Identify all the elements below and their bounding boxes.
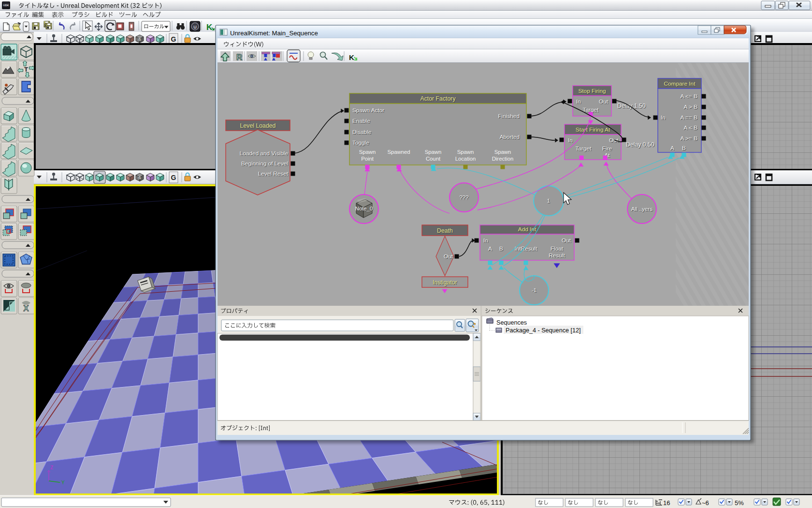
svg-text:Level Loaded: Level Loaded	[240, 122, 276, 129]
svg-text:Loaded and Visible: Loaded and Visible	[240, 150, 289, 157]
svg-text:Spawn: Spawn	[457, 149, 474, 155]
svg-text:S: S	[138, 176, 141, 180]
svg-text:Beginning of Level: Beginning of Level	[241, 160, 288, 167]
svg-text:Float: Float	[551, 245, 564, 252]
svg-text:Out: Out	[562, 237, 571, 244]
svg-text:Z: Z	[50, 465, 53, 470]
svg-text:Start Firing At: Start Firing At	[576, 126, 610, 133]
svg-text:Spawned: Spawned	[387, 149, 410, 155]
svg-text:Aborted: Aborted	[500, 134, 520, 140]
svg-text:B: B	[682, 145, 686, 151]
svg-text:Death: Death	[437, 227, 453, 234]
svg-text:Toggle: Toggle	[352, 139, 369, 146]
svg-text:Disable: Disable	[352, 129, 372, 135]
svg-text:Direction: Direction	[492, 156, 514, 162]
svg-text:U: U	[193, 25, 197, 30]
svg-text:T: T	[24, 66, 28, 73]
svg-text:A >= B: A >= B	[681, 135, 698, 142]
svg-text:1: 1	[547, 198, 550, 204]
svg-text:S: S	[138, 37, 141, 42]
svg-text:Out: Out	[609, 137, 619, 144]
svg-text:All ..yers: All ..yers	[631, 206, 653, 212]
svg-text:K: K	[349, 53, 354, 61]
svg-text:A <= B: A <= B	[681, 93, 698, 100]
svg-text:Compare Int: Compare Int	[664, 80, 696, 87]
svg-text:Spawn: Spawn	[494, 149, 511, 155]
svg-text:-1: -1	[532, 287, 536, 293]
svg-text:B: B	[499, 245, 503, 252]
svg-text:Delay 0.50: Delay 0.50	[626, 141, 654, 148]
svg-text:Delay 1.50: Delay 1.50	[617, 103, 646, 109]
svg-text:Out: Out	[599, 98, 609, 105]
svg-text:Level Reset: Level Reset	[258, 170, 289, 177]
svg-text:Count: Count	[426, 156, 441, 162]
svg-text:Y: Y	[61, 480, 65, 485]
svg-text:X: X	[23, 304, 29, 313]
svg-text:Actor Factory: Actor Factory	[420, 95, 456, 102]
svg-text:A < B: A < B	[683, 124, 697, 131]
svg-text:Spawn Actor: Spawn Actor	[352, 107, 384, 114]
svg-text:In: In	[483, 237, 488, 244]
svg-text:Instigator: Instigator	[433, 279, 457, 286]
svg-text:Target: Target	[576, 145, 592, 152]
svg-text:UnrealKismet: Main_Sequence: UnrealKismet: Main_Sequence	[230, 30, 318, 37]
svg-text:A > B: A > B	[683, 104, 697, 110]
svg-text:~6: ~6	[702, 499, 709, 507]
svg-text:A: A	[488, 245, 492, 252]
svg-text:G: G	[171, 174, 176, 181]
svg-text:Stop Firing: Stop Firing	[578, 88, 606, 94]
svg-text:Finished: Finished	[498, 113, 520, 120]
svg-text:K: K	[206, 23, 213, 32]
svg-text:Out: Out	[444, 253, 453, 260]
svg-text:16: 16	[663, 499, 670, 507]
svg-text:Spawn: Spawn	[359, 149, 376, 155]
svg-text:Note_0: Note_0	[355, 206, 373, 211]
svg-text:A == B: A == B	[681, 114, 698, 121]
svg-text:R: R	[236, 53, 242, 61]
svg-text:Point: Point	[361, 156, 374, 162]
svg-text:In: In	[661, 114, 666, 121]
svg-text:Fire: Fire	[602, 145, 612, 152]
svg-text:Spawn: Spawn	[425, 149, 442, 155]
svg-text:Add Int: Add Int	[518, 226, 536, 233]
svg-text:Location: Location	[455, 156, 476, 162]
svg-text:UDK: UDK	[3, 4, 9, 7]
svg-text:A: A	[670, 145, 674, 151]
svg-text:Package_4 - Sequence [12]: Package_4 - Sequence [12]	[506, 327, 580, 334]
svg-text:Enable: Enable	[352, 118, 370, 124]
svg-text:G: G	[171, 35, 176, 43]
svg-text:In: In	[576, 98, 581, 105]
svg-text:???: ???	[460, 194, 469, 200]
svg-text:Result: Result	[549, 252, 565, 259]
svg-text:In: In	[568, 137, 573, 144]
svg-text:5%: 5%	[735, 499, 744, 507]
svg-text:Sequences: Sequences	[496, 319, 527, 326]
